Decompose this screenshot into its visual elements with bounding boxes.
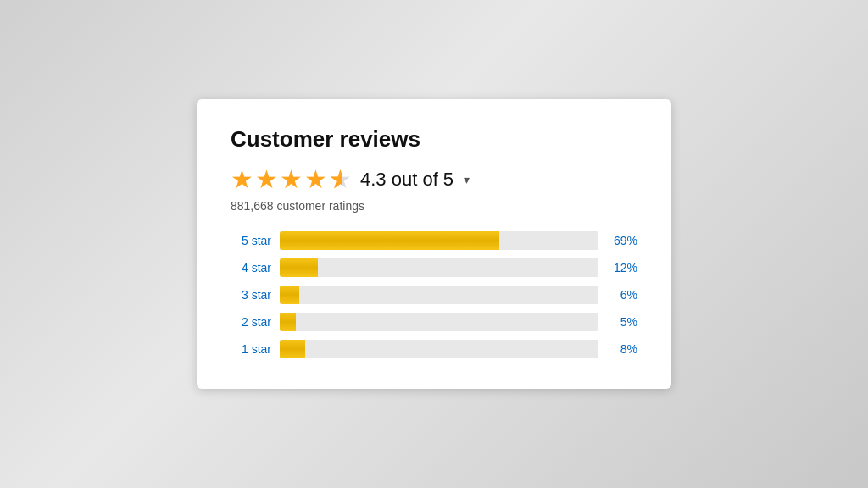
bar-track-4 — [280, 313, 598, 331]
bar-track-2 — [280, 258, 598, 277]
bar-row: 2 star5% — [231, 313, 637, 331]
bar-label-4[interactable]: 2 star — [231, 315, 271, 329]
bar-row: 3 star6% — [231, 286, 637, 304]
bar-fill-3 — [280, 286, 299, 304]
bar-track-5 — [280, 340, 598, 358]
star-3: ★ — [280, 167, 303, 192]
star-2: ★ — [255, 167, 278, 192]
bar-label-2[interactable]: 4 star — [231, 261, 271, 274]
bar-label-3[interactable]: 3 star — [231, 288, 271, 302]
bar-pct-5[interactable]: 8% — [607, 342, 637, 356]
bar-row: 5 star69% — [231, 231, 637, 250]
rating-text: 4.3 out of 5 — [360, 169, 453, 191]
bar-track-1 — [280, 231, 598, 250]
star-rating: ★ ★ ★ ★ ★ ★ — [231, 164, 352, 194]
bar-pct-4[interactable]: 5% — [607, 315, 637, 329]
bar-fill-5 — [280, 340, 305, 358]
rating-bars: 5 star69%4 star12%3 star6%2 star5%1 star… — [231, 231, 637, 358]
rating-dropdown-arrow[interactable]: ▾ — [464, 173, 470, 186]
bar-label-5[interactable]: 1 star — [231, 342, 271, 356]
reviews-card: Customer reviews ★ ★ ★ ★ ★ ★ 4.3 out of … — [197, 99, 671, 389]
star-1: ★ — [231, 167, 253, 192]
rating-summary: ★ ★ ★ ★ ★ ★ 4.3 out of 5 ▾ — [231, 164, 637, 194]
bar-fill-1 — [280, 231, 499, 250]
bar-label-1[interactable]: 5 star — [231, 234, 271, 247]
bar-track-3 — [280, 286, 598, 304]
section-title: Customer reviews — [231, 126, 637, 152]
bar-pct-1[interactable]: 69% — [607, 234, 637, 247]
bar-row: 4 star12% — [231, 258, 637, 277]
star-half: ★ ★ — [329, 164, 352, 194]
star-4: ★ — [304, 167, 327, 192]
bar-fill-4 — [280, 313, 296, 331]
bar-fill-2 — [280, 258, 318, 277]
bar-pct-3[interactable]: 6% — [607, 288, 637, 302]
bar-pct-2[interactable]: 12% — [607, 261, 637, 274]
bar-row: 1 star8% — [231, 340, 637, 358]
total-ratings: 881,668 customer ratings — [231, 199, 637, 213]
